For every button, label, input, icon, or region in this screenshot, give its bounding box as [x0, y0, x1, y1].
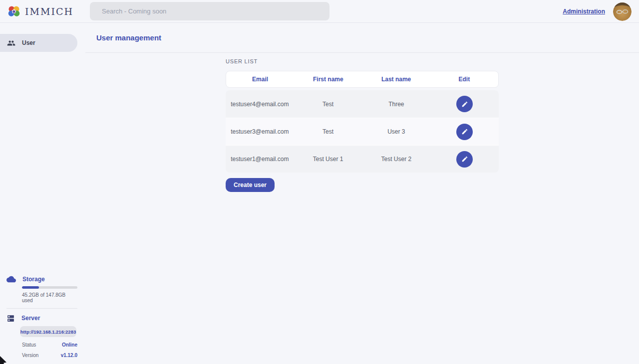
- table-row: testuser4@email.comTestThree: [226, 90, 499, 118]
- sidebar-divider: [6, 308, 77, 309]
- user-list-section: USER LIST EmailFirst nameLast nameEdit t…: [226, 58, 499, 192]
- pencil-icon: [461, 128, 468, 135]
- pencil-icon: [461, 101, 468, 108]
- user-avatar[interactable]: [613, 2, 632, 21]
- column-header-edit: Edit: [430, 76, 498, 83]
- brand[interactable]: IMMICH: [0, 4, 73, 18]
- sidebar: User Storage 45.2GB of 147.8GB used: [0, 23, 77, 364]
- app-header: IMMICH Administration: [0, 0, 639, 23]
- user-table: EmailFirst nameLast nameEdit testuser4@e…: [226, 71, 499, 173]
- cell-email: testuser4@email.com: [226, 101, 294, 108]
- storage-progress-bar: [22, 286, 77, 289]
- header-right: Administration: [563, 0, 632, 23]
- cell-edit: [430, 96, 499, 112]
- table-row: testuser1@email.comTest User 1Test User …: [226, 145, 499, 173]
- storage-usage-text: 45.2GB of 147.8GB used: [22, 292, 77, 303]
- server-icon: [6, 314, 15, 323]
- storage-progress-fill: [22, 286, 39, 289]
- storage-title: Storage: [22, 276, 45, 283]
- create-user-button[interactable]: Create user: [226, 178, 275, 192]
- server-widget-header: Server: [0, 314, 77, 323]
- administration-link[interactable]: Administration: [563, 8, 605, 15]
- column-header-email: Email: [226, 76, 294, 83]
- cell-first-name: Test: [294, 101, 362, 108]
- cell-edit: [430, 151, 499, 168]
- table-row: testuser3@email.comTestUser 3: [226, 118, 499, 145]
- edit-user-button[interactable]: [456, 151, 473, 168]
- server-status-row: Status Online: [22, 342, 77, 348]
- user-table-header: EmailFirst nameLast nameEdit: [226, 71, 499, 88]
- cell-first-name: Test User 1: [294, 156, 362, 163]
- cell-first-name: Test: [294, 128, 362, 135]
- cell-email: testuser1@email.com: [226, 156, 294, 163]
- page-title: User management: [96, 33, 161, 42]
- cell-edit: [430, 124, 499, 140]
- sidebar-item-user[interactable]: User: [0, 34, 77, 52]
- storage-widget-header: Storage: [0, 275, 77, 284]
- version-label: Version: [22, 353, 38, 358]
- cell-last-name: Test User 2: [362, 156, 431, 163]
- section-label: USER LIST: [226, 58, 499, 64]
- cell-email: testuser3@email.com: [226, 128, 294, 135]
- column-header-first-name: First name: [294, 76, 362, 83]
- cell-last-name: Three: [362, 101, 431, 108]
- server-title: Server: [21, 315, 40, 322]
- cell-last-name: User 3: [362, 128, 431, 135]
- version-value: v1.12.0: [61, 353, 77, 358]
- immich-logo-icon: [7, 4, 21, 18]
- status-label: Status: [22, 342, 36, 348]
- user-table-body: testuser4@email.comTestThreetestuser3@em…: [226, 90, 499, 173]
- sidebar-widgets: Storage 45.2GB of 147.8GB used Server ht…: [0, 275, 77, 358]
- main-panel: User management USER LIST EmailFirst nam…: [85, 23, 639, 364]
- server-url-badge: http://192.168.1.216:2283: [20, 326, 76, 337]
- title-row: User management: [85, 23, 639, 53]
- column-header-last-name: Last name: [362, 76, 430, 83]
- pencil-icon: [461, 156, 468, 163]
- search-input[interactable]: [90, 2, 329, 20]
- brand-name: IMMICH: [25, 6, 73, 17]
- cloud-icon: [6, 276, 16, 283]
- immich-app: IMMICH Administration: [0, 0, 639, 364]
- server-version-row: Version v1.12.0: [22, 353, 77, 358]
- edit-user-button[interactable]: [456, 96, 473, 112]
- edit-user-button[interactable]: [456, 124, 473, 140]
- users-icon: [7, 39, 15, 47]
- status-value: Online: [62, 342, 77, 348]
- sidebar-item-label: User: [22, 39, 35, 46]
- search-bar[interactable]: [90, 2, 329, 20]
